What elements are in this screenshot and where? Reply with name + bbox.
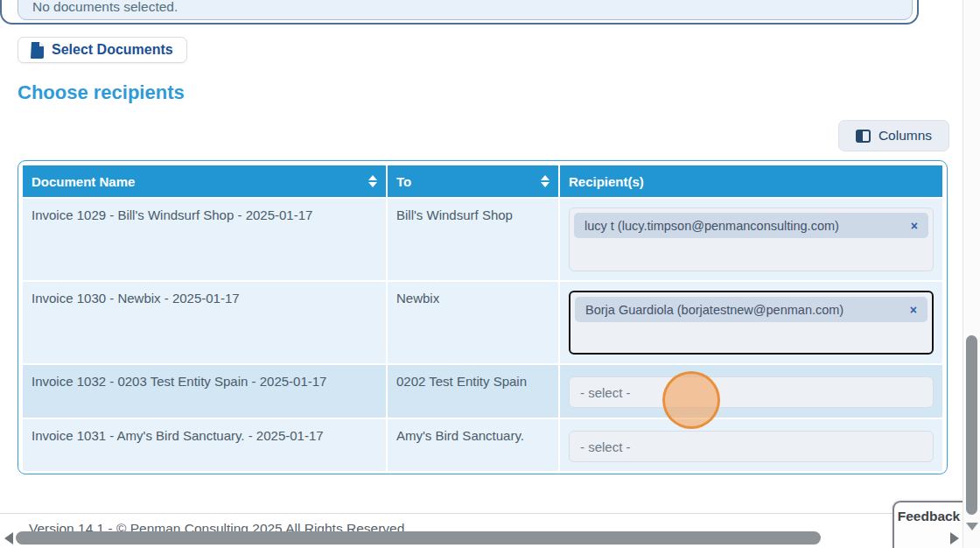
scroll-down-arrow-icon[interactable] — [966, 523, 978, 530]
table-row: Invoice 1029 - Bill's Windsurf Shop - 20… — [23, 197, 942, 280]
sort-icon[interactable] — [541, 175, 550, 187]
recipients-table-card: Document Name To Recipient(s) Invoice 10… — [18, 160, 948, 474]
select-placeholder: - select - — [580, 439, 631, 454]
page-title: Choose recipients — [18, 81, 185, 104]
table-header-row: Document Name To Recipient(s) — [23, 165, 942, 197]
column-header-recipients: Recipient(s) — [558, 165, 942, 197]
no-documents-message: No documents selected. — [32, 0, 178, 15]
recipients-table: Document Name To Recipient(s) Invoice 10… — [23, 165, 942, 471]
column-header-label: To — [396, 174, 411, 189]
sort-icon[interactable] — [368, 175, 377, 187]
select-placeholder: - select - — [580, 385, 631, 400]
recipient-select[interactable]: lucy t (lucy.timpson@penmanconsulting.co… — [569, 207, 934, 271]
to-cell: Amy's Bird Sanctuary. — [386, 418, 558, 471]
no-documents-alert: No documents selected. — [18, 0, 913, 20]
remove-recipient-icon[interactable]: × — [910, 303, 917, 317]
column-header-label: Recipient(s) — [569, 174, 644, 189]
column-header-label: Document Name — [32, 174, 135, 189]
recipient-tag-label: lucy t (lucy.timpson@penmanconsulting.co… — [584, 219, 839, 233]
document-name-cell: Invoice 1031 - Amy's Bird Sanctuary. - 2… — [23, 418, 386, 471]
document-name-cell: Invoice 1032 - 0203 Test Entity Spain - … — [23, 363, 386, 418]
column-header-to[interactable]: To — [386, 165, 558, 197]
recipients-cell: - select - — [558, 418, 942, 471]
document-icon — [31, 42, 44, 59]
columns-button-label: Columns — [878, 128, 932, 144]
table-row: Invoice 1032 - 0203 Test Entity Spain - … — [23, 363, 942, 418]
recipient-select[interactable]: - select - — [569, 376, 934, 408]
recipient-tag: Borja Guardiola (borjatestnew@penman.com… — [575, 297, 928, 322]
table-row: Invoice 1030 - Newbix - 2025-01-17 Newbi… — [23, 280, 942, 363]
horizontal-scrollbar-thumb[interactable] — [16, 531, 821, 544]
recipients-cell: Borja Guardiola (borjatestnew@penman.com… — [558, 280, 942, 363]
recipient-tag-label: Borja Guardiola (borjatestnew@penman.com… — [585, 303, 844, 317]
recipient-select[interactable]: - select - — [569, 431, 934, 462]
feedback-button-label: Feedback — [898, 509, 961, 524]
footer-divider — [0, 513, 966, 514]
remove-recipient-icon[interactable]: × — [911, 219, 918, 233]
recipient-tag: lucy t (lucy.timpson@penmanconsulting.co… — [574, 213, 928, 238]
column-header-document-name[interactable]: Document Name — [23, 165, 386, 197]
document-name-cell: Invoice 1030 - Newbix - 2025-01-17 — [23, 280, 386, 363]
columns-button[interactable]: Columns — [838, 120, 949, 151]
select-documents-label: Select Documents — [52, 42, 173, 58]
to-cell: Newbix — [386, 280, 558, 363]
to-cell: Bill's Windsurf Shop — [386, 197, 558, 280]
recipients-cell: - select - — [558, 363, 942, 418]
recipient-select-focused[interactable]: Borja Guardiola (borjatestnew@penman.com… — [569, 291, 934, 355]
scroll-left-arrow-icon[interactable] — [4, 532, 13, 544]
table-row: Invoice 1031 - Amy's Bird Sanctuary. - 2… — [23, 418, 942, 471]
select-documents-button[interactable]: Select Documents — [18, 37, 187, 63]
recipients-cell: lucy t (lucy.timpson@penmanconsulting.co… — [558, 197, 942, 280]
document-name-cell: Invoice 1029 - Bill's Windsurf Shop - 20… — [23, 197, 386, 280]
columns-icon — [856, 130, 871, 143]
vertical-scrollbar-thumb[interactable] — [966, 335, 977, 515]
scroll-right-arrow-icon[interactable] — [950, 532, 959, 544]
to-cell: 0202 Test Entity Spain — [386, 363, 558, 418]
